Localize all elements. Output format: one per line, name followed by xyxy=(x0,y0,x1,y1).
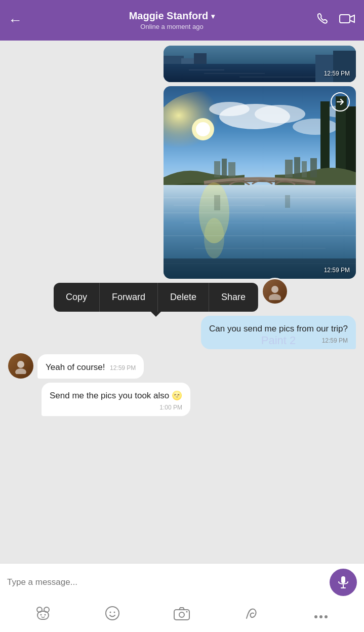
video-call-icon[interactable] xyxy=(339,12,356,29)
chevron-down-icon: ▾ xyxy=(211,12,215,20)
svg-point-45 xyxy=(269,294,281,300)
sticker-icon[interactable] xyxy=(104,605,120,625)
context-forward-button[interactable]: Forward xyxy=(100,283,158,312)
svg-point-15 xyxy=(196,122,210,136)
message-input-row xyxy=(0,564,364,601)
svg-rect-11 xyxy=(333,51,356,82)
river-image-container: 12:59 PM xyxy=(164,86,356,279)
forward-image-button[interactable] xyxy=(331,92,350,111)
header: ← Maggie Stanford ▾ Online a moment ago xyxy=(0,0,364,41)
context-share-button[interactable]: Share xyxy=(209,283,258,312)
header-action-icons xyxy=(315,12,356,29)
avatar-1 xyxy=(8,353,33,379)
svg-rect-24 xyxy=(285,160,293,177)
svg-point-17 xyxy=(255,105,305,123)
received-message-2: Send me the pics you took also 🌝 1:00 PM xyxy=(42,383,190,416)
received-message-1-row: Yeah of course! 12:59 PM xyxy=(8,353,356,379)
canal-image-container: 12:59 PM xyxy=(164,46,356,82)
svg-point-63 xyxy=(319,615,322,618)
mic-button[interactable] xyxy=(330,569,357,596)
context-delete-button[interactable]: Delete xyxy=(158,283,209,312)
svg-rect-25 xyxy=(294,157,300,177)
svg-rect-28 xyxy=(214,161,220,177)
svg-point-19 xyxy=(209,102,250,116)
svg-rect-30 xyxy=(228,162,235,177)
sent-message-1-time: 12:59 PM xyxy=(209,337,348,344)
call-icon[interactable] xyxy=(315,12,330,29)
svg-rect-26 xyxy=(302,161,307,177)
toolbar-row xyxy=(0,601,364,632)
image2-timestamp: 12:59 PM xyxy=(324,267,350,274)
contact-status: Online a moment ago xyxy=(28,23,315,30)
sent-message-1: Can you send me pics from our trip? Pain… xyxy=(201,316,356,349)
back-button[interactable]: ← xyxy=(8,12,22,28)
svg-point-58 xyxy=(114,612,115,613)
svg-rect-29 xyxy=(222,159,227,177)
camera-icon[interactable] xyxy=(174,606,190,624)
message-input[interactable] xyxy=(7,577,326,587)
river-image-svg xyxy=(164,86,356,279)
received-message-2-text: Send me the pics you took also 🌝 xyxy=(50,390,182,402)
contact-name: Maggie Stanford xyxy=(129,10,209,22)
svg-point-18 xyxy=(293,119,338,135)
svg-rect-0 xyxy=(340,15,350,23)
received-message-2-time: 1:00 PM xyxy=(50,404,182,411)
svg-point-64 xyxy=(325,615,328,618)
svg-rect-48 xyxy=(341,576,345,583)
svg-point-57 xyxy=(110,612,111,613)
svg-point-33 xyxy=(204,218,224,258)
sent-message-1-text: Can you send me pics from our trip? xyxy=(209,323,348,335)
svg-rect-42 xyxy=(285,195,290,208)
sent-image-1[interactable]: 12:59 PM xyxy=(164,46,356,82)
contact-name-row[interactable]: Maggie Stanford ▾ xyxy=(28,10,315,22)
svg-point-56 xyxy=(106,607,119,620)
sent-image-2[interactable]: 12:59 PM xyxy=(164,86,356,279)
svg-rect-27 xyxy=(310,158,317,177)
context-menu: Copy Forward Delete Share xyxy=(54,283,258,312)
svg-point-62 xyxy=(314,615,317,618)
received-message-1: Yeah of course! 12:59 PM xyxy=(37,354,144,379)
image1-timestamp: 12:59 PM xyxy=(324,70,350,77)
svg-point-46 xyxy=(17,361,24,368)
svg-rect-53 xyxy=(37,611,49,619)
svg-point-55 xyxy=(44,614,46,616)
svg-point-54 xyxy=(40,614,42,616)
svg-rect-21 xyxy=(320,101,330,172)
bottom-bar xyxy=(0,563,364,632)
doodle-icon[interactable] xyxy=(244,605,260,625)
svg-point-44 xyxy=(271,286,278,293)
received-message-1-text: Yeah of course! 12:59 PM xyxy=(46,361,136,374)
svg-point-47 xyxy=(15,368,26,374)
svg-rect-10 xyxy=(315,55,336,82)
bear-icon[interactable] xyxy=(35,605,51,625)
header-center: Maggie Stanford ▾ Online a moment ago xyxy=(28,10,315,30)
received-message-2-row: Send me the pics you took also 🌝 1:00 PM xyxy=(8,383,356,416)
svg-point-61 xyxy=(186,611,188,613)
more-icon[interactable] xyxy=(313,607,329,623)
context-copy-button[interactable]: Copy xyxy=(54,283,100,312)
svg-point-60 xyxy=(179,612,184,617)
svg-rect-23 xyxy=(346,106,356,172)
svg-rect-41 xyxy=(214,195,220,210)
chat-area: 12:59 PM xyxy=(0,41,364,563)
received-message-1-time: 12:59 PM xyxy=(110,364,136,371)
